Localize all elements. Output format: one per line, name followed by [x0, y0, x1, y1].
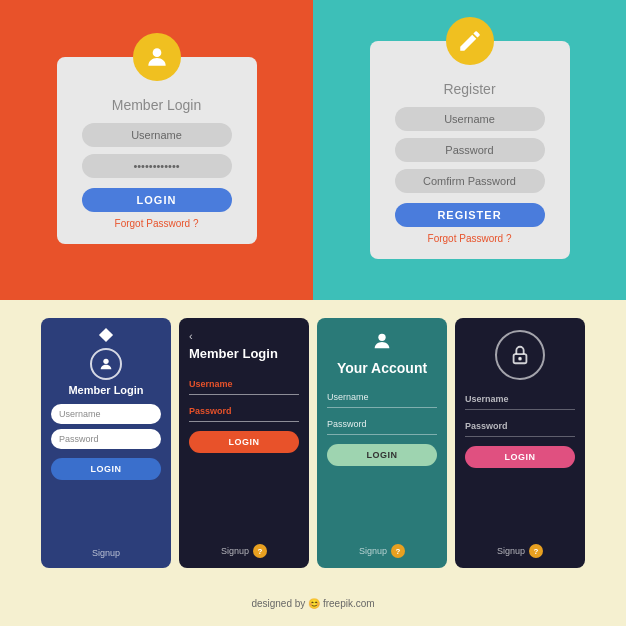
- register-avatar: [446, 17, 494, 65]
- footer-text: designed by 😊 freepik.com: [251, 598, 374, 609]
- card3-username[interactable]: Username: [327, 386, 437, 408]
- svg-point-1: [103, 359, 108, 364]
- register-button[interactable]: REGISTER: [395, 203, 545, 227]
- help-badge-4[interactable]: ?: [529, 544, 543, 558]
- register-card: Register Username Password Comfirm Passw…: [370, 41, 570, 259]
- mobile-card-3: Your Account Username Password LOGIN Sig…: [317, 318, 447, 568]
- mobile-card-2: ‹ Member Login Username Password LOGIN S…: [179, 318, 309, 568]
- login-button[interactable]: LOGIN: [82, 188, 232, 212]
- svg-point-2: [378, 334, 385, 341]
- lock-circle-icon: [495, 330, 545, 380]
- reg-confirm-field[interactable]: Comfirm Password: [395, 169, 545, 193]
- card3-password[interactable]: Password: [327, 413, 437, 435]
- card1-username[interactable]: Username: [51, 404, 161, 424]
- help-badge-3[interactable]: ?: [391, 544, 405, 558]
- card1-title: Member Login: [51, 384, 161, 396]
- card3-login-btn[interactable]: LOGIN: [327, 444, 437, 466]
- card3-bottom: Signup ?: [317, 544, 447, 558]
- card1-icon-top: [51, 330, 161, 344]
- mobile-card-4: Username Password LOGIN Signup ?: [455, 318, 585, 568]
- card4-bottom: Signup ?: [455, 544, 585, 558]
- register-card-title: Register: [443, 81, 495, 97]
- card1-bottom: Signup: [41, 548, 171, 558]
- card2-username[interactable]: Username: [189, 373, 299, 395]
- card3-signup[interactable]: Signup: [359, 546, 387, 556]
- reg-password-field[interactable]: Password: [395, 138, 545, 162]
- user-avatar: [133, 33, 181, 81]
- password-field[interactable]: ••••••••••••: [82, 154, 232, 178]
- back-arrow-icon[interactable]: ‹: [189, 330, 299, 342]
- svg-point-4: [519, 358, 521, 360]
- card1-signup[interactable]: Signup: [92, 548, 120, 558]
- card2-signup[interactable]: Signup: [221, 546, 249, 556]
- card4-username[interactable]: Username: [465, 388, 575, 410]
- login-card-title: Member Login: [112, 97, 202, 113]
- member-login-card: Member Login Username •••••••••••• LOGIN…: [57, 57, 257, 244]
- card4-password[interactable]: Password: [465, 415, 575, 437]
- register-bg: Register Username Password Comfirm Passw…: [313, 0, 626, 300]
- card4-signup[interactable]: Signup: [497, 546, 525, 556]
- footer: designed by 😊 freepik.com: [0, 596, 626, 613]
- card2-title: Member Login: [189, 346, 299, 361]
- card2-login-btn[interactable]: LOGIN: [189, 431, 299, 453]
- reg-forgot-password-link[interactable]: Forgot Password ?: [428, 233, 512, 244]
- username-field[interactable]: Username: [82, 123, 232, 147]
- reg-username-field[interactable]: Username: [395, 107, 545, 131]
- card2-password[interactable]: Password: [189, 400, 299, 422]
- svg-point-0: [152, 48, 161, 57]
- card1-user-icon: [51, 348, 161, 380]
- forgot-password-link[interactable]: Forgot Password ?: [115, 218, 199, 229]
- mobile-card-1: Member Login Username Password LOGIN Sig…: [41, 318, 171, 568]
- card1-password[interactable]: Password: [51, 429, 161, 449]
- diamond-icon: [99, 328, 113, 342]
- card3-user-icon: [327, 330, 437, 352]
- top-section: Member Login Username •••••••••••• LOGIN…: [0, 0, 626, 300]
- card4-login-btn[interactable]: LOGIN: [465, 446, 575, 468]
- card3-title: Your Account: [327, 360, 437, 376]
- bottom-section: Member Login Username Password LOGIN Sig…: [0, 300, 626, 596]
- card1-login-btn[interactable]: LOGIN: [51, 458, 161, 480]
- member-login-bg: Member Login Username •••••••••••• LOGIN…: [0, 0, 313, 300]
- user-circle-icon: [90, 348, 122, 380]
- help-badge-2[interactable]: ?: [253, 544, 267, 558]
- card2-bottom: Signup ?: [179, 544, 309, 558]
